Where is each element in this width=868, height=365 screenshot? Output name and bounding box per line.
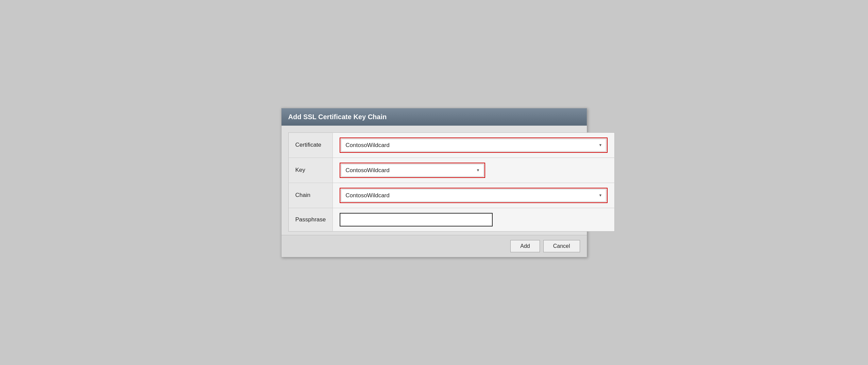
chain-row: Chain ContosoWildcard — [288, 183, 615, 208]
chain-label: Chain — [288, 183, 333, 208]
add-button[interactable]: Add — [510, 240, 540, 252]
chain-select-wrapper: ContosoWildcard — [341, 189, 606, 202]
dialog-title: Add SSL Certificate Key Chain — [288, 113, 387, 121]
certificate-select[interactable]: ContosoWildcard — [341, 139, 606, 151]
key-select[interactable]: ContosoWildcard — [341, 164, 484, 177]
key-select-wrapper: ContosoWildcard — [341, 164, 484, 177]
key-input-cell: ContosoWildcard — [333, 158, 615, 183]
key-red-outline: ContosoWildcard — [340, 163, 485, 178]
dialog-footer: Add Cancel — [282, 235, 587, 257]
key-label: Key — [288, 158, 333, 183]
key-row: Key ContosoWildcard — [288, 158, 615, 183]
certificate-label: Certificate — [288, 132, 333, 158]
certificate-input-cell: ContosoWildcard — [333, 132, 615, 158]
passphrase-row: Passphrase — [288, 208, 615, 231]
chain-input-cell: ContosoWildcard — [333, 183, 615, 208]
chain-red-outline: ContosoWildcard — [340, 188, 608, 203]
certificate-row: Certificate ContosoWildcard — [288, 132, 615, 158]
passphrase-input-cell — [333, 208, 615, 231]
certificate-select-wrapper: ContosoWildcard — [341, 139, 606, 151]
dialog-header: Add SSL Certificate Key Chain — [282, 108, 587, 126]
dialog-body: Certificate ContosoWildcard Key — [282, 126, 587, 235]
form-table: Certificate ContosoWildcard Key — [288, 132, 615, 232]
chain-select[interactable]: ContosoWildcard — [341, 189, 606, 202]
dialog: Add SSL Certificate Key Chain Certificat… — [281, 108, 587, 257]
passphrase-input[interactable] — [340, 213, 493, 226]
certificate-red-outline: ContosoWildcard — [340, 138, 608, 153]
passphrase-label: Passphrase — [288, 208, 333, 231]
cancel-button[interactable]: Cancel — [543, 240, 580, 252]
